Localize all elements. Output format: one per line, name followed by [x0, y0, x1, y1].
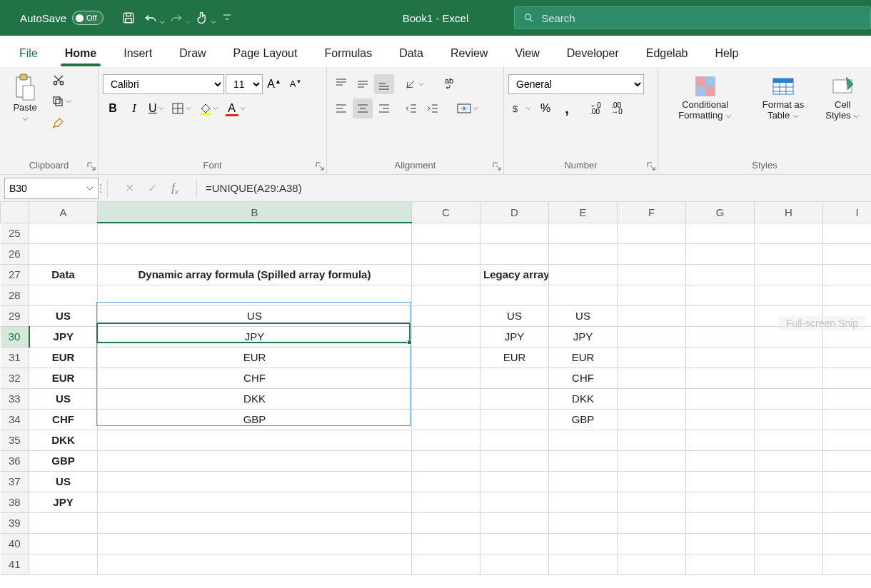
tab-developer[interactable]: Developer [553, 41, 633, 66]
cell-F33[interactable] [618, 388, 686, 409]
format-as-table-button[interactable]: Format as Table [750, 71, 815, 124]
cell-H36[interactable] [755, 450, 823, 471]
cell-I25[interactable] [823, 223, 872, 243]
tab-file[interactable]: File [6, 41, 51, 66]
customize-qat-button[interactable] [221, 7, 233, 29]
cell-G40[interactable] [686, 533, 755, 554]
row-header-25[interactable]: 25 [1, 223, 29, 243]
borders-button[interactable] [168, 98, 194, 118]
font-name-select[interactable]: Calibri [103, 74, 224, 94]
cell-G39[interactable] [686, 512, 755, 533]
cell-F36[interactable] [618, 450, 686, 471]
cell-B29[interactable]: US [98, 305, 412, 326]
insert-function-button[interactable]: fx [165, 178, 185, 198]
cell-I28[interactable] [823, 285, 872, 305]
cell-B35[interactable] [98, 430, 412, 450]
cell-H31[interactable] [755, 347, 823, 368]
cell-C36[interactable] [412, 450, 480, 471]
cell-A32[interactable]: EUR [29, 368, 98, 388]
cell-G32[interactable] [686, 368, 755, 388]
cell-E27[interactable] [549, 264, 618, 285]
align-bottom-button[interactable] [374, 74, 394, 94]
cell-G35[interactable] [686, 430, 755, 450]
cell-G28[interactable] [686, 285, 755, 305]
cell-F31[interactable] [618, 347, 686, 368]
cell-F40[interactable] [618, 533, 686, 554]
cut-button[interactable] [49, 70, 69, 90]
underline-button[interactable]: U [146, 98, 167, 118]
cell-H38[interactable] [755, 492, 823, 512]
cell-C41[interactable] [412, 554, 480, 574]
accounting-format-button[interactable]: $ [508, 98, 534, 118]
col-header-E[interactable]: E [549, 202, 618, 223]
tab-page-layout[interactable]: Page Layout [220, 41, 311, 66]
cell-B28[interactable] [98, 285, 412, 305]
font-color-button[interactable]: A [223, 98, 248, 118]
merge-center-button[interactable] [453, 98, 483, 118]
cell-D40[interactable] [480, 533, 549, 554]
cell-B32[interactable]: CHF [98, 368, 412, 388]
cell-H39[interactable] [755, 512, 823, 533]
col-header-C[interactable]: C [412, 202, 480, 223]
col-header-F[interactable]: F [618, 202, 686, 223]
row-header-34[interactable]: 34 [1, 409, 29, 430]
cell-B36[interactable] [98, 450, 412, 471]
dialog-launcher-icon[interactable] [315, 161, 325, 171]
cell-I26[interactable] [823, 243, 872, 264]
cell-G26[interactable] [686, 243, 755, 264]
format-painter-button[interactable] [49, 113, 69, 133]
row-header-27[interactable]: 27 [1, 264, 29, 285]
undo-button[interactable] [144, 7, 165, 29]
cancel-formula-button[interactable]: ✕ [119, 178, 139, 198]
cell-B27[interactable]: Dynamic array formula (Spilled array for… [98, 264, 412, 285]
cell-I38[interactable] [823, 492, 872, 512]
cell-G29[interactable] [686, 305, 755, 326]
save-button[interactable] [118, 7, 139, 29]
cell-E28[interactable] [549, 285, 618, 305]
tab-home[interactable]: Home [51, 41, 110, 66]
cell-G37[interactable] [686, 471, 755, 492]
cell-F30[interactable] [618, 326, 686, 347]
row-header-33[interactable]: 33 [1, 388, 29, 409]
worksheet-grid[interactable]: ABCDEFGHI252627DataDynamic array formula… [0, 202, 871, 575]
chevron-down-icon[interactable] [86, 186, 94, 191]
cell-I33[interactable] [823, 388, 872, 409]
cell-D30[interactable]: JPY [480, 326, 549, 347]
cell-F32[interactable] [618, 368, 686, 388]
cell-I41[interactable] [823, 554, 872, 574]
cell-A40[interactable] [29, 533, 98, 554]
cell-E41[interactable] [549, 554, 618, 574]
tab-help[interactable]: Help [701, 41, 752, 66]
cell-E30[interactable]: JPY [549, 326, 618, 347]
shrink-font-button[interactable]: A▼ [286, 74, 306, 94]
cell-C34[interactable] [412, 409, 480, 430]
cell-G41[interactable] [686, 554, 755, 574]
cell-H40[interactable] [755, 533, 823, 554]
cell-A34[interactable]: CHF [29, 409, 98, 430]
cell-G33[interactable] [686, 388, 755, 409]
redo-button[interactable] [169, 7, 191, 29]
row-header-28[interactable]: 28 [1, 285, 29, 305]
row-header-41[interactable]: 41 [1, 554, 29, 574]
cell-G30[interactable] [686, 326, 755, 347]
cell-E35[interactable] [549, 430, 618, 450]
cell-B37[interactable] [98, 471, 412, 492]
cell-F41[interactable] [618, 554, 686, 574]
cell-H25[interactable] [755, 223, 823, 243]
cell-I32[interactable] [823, 368, 872, 388]
cell-H34[interactable] [755, 409, 823, 430]
cell-H35[interactable] [755, 430, 823, 450]
align-right-button[interactable] [374, 98, 394, 118]
cell-H26[interactable] [755, 243, 823, 264]
cell-D34[interactable] [480, 409, 549, 430]
row-header-37[interactable]: 37 [1, 471, 29, 492]
tab-data[interactable]: Data [386, 41, 437, 66]
cell-H37[interactable] [755, 471, 823, 492]
cell-E38[interactable] [549, 492, 618, 512]
cell-C40[interactable] [412, 533, 480, 554]
search-input[interactable] [541, 12, 862, 24]
number-format-select[interactable]: General [508, 74, 644, 94]
cell-A33[interactable]: US [29, 388, 98, 409]
cell-B25[interactable] [98, 223, 412, 243]
row-header-40[interactable]: 40 [1, 533, 29, 554]
